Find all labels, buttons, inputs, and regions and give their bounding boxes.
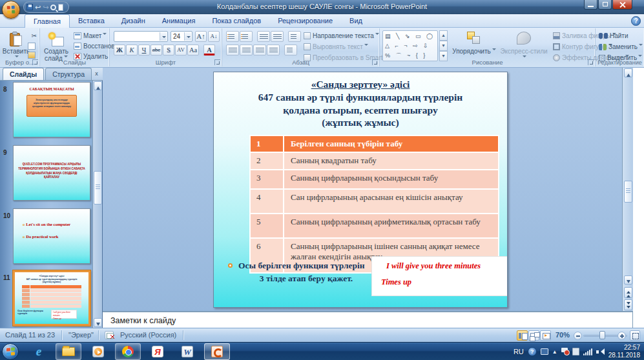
display-icon[interactable] [541, 348, 548, 355]
panel-scroll-down-icon[interactable] [94, 318, 102, 327]
font-color-button[interactable]: А [203, 45, 215, 55]
taskbar-yandex-button[interactable]: Я [145, 343, 171, 360]
undo-icon[interactable]: ↩ [35, 2, 41, 12]
tab-design[interactable]: Дизайн [113, 14, 154, 28]
font-dialog-launcher-icon[interactable] [214, 59, 220, 65]
font-size-combo[interactable]: 24 [171, 31, 192, 42]
start-button[interactable] [2, 343, 19, 360]
character-spacing-button[interactable]: AV [175, 45, 187, 55]
cut-icon[interactable]: ✂ [32, 32, 37, 39]
italic-button[interactable]: К [126, 45, 138, 55]
taskbar-powerpoint-button[interactable] [204, 343, 230, 360]
slide-note-box[interactable]: I will give you three minutes Times up [372, 257, 508, 295]
panel-scrollbar[interactable] [92, 81, 102, 328]
next-slide-button[interactable] [624, 299, 632, 310]
bullets-icon[interactable] [226, 31, 239, 42]
taskbar-chrome-button[interactable] [115, 343, 141, 360]
notes-pane[interactable]: Заметки к слайду [103, 311, 633, 328]
font-name-combo[interactable] [114, 31, 168, 42]
find-button[interactable]: Найти [599, 31, 628, 41]
tab-home[interactable]: Главная [25, 14, 70, 28]
help-icon[interactable]: ? [631, 16, 641, 26]
spellcheck-icon[interactable] [105, 331, 114, 339]
language-indicator[interactable]: Русский (Россия) [120, 331, 176, 339]
hidden-icons-arrow-icon[interactable]: ▲ [552, 349, 557, 355]
slide-sorter-view-icon[interactable] [528, 330, 539, 341]
decrease-indent-icon[interactable] [257, 31, 270, 42]
text-direction-button[interactable]: Направление текста [304, 31, 379, 41]
slide-title[interactable]: «Санды зерттеу» әдісі 647 санын әр түрлі… [214, 78, 507, 129]
taskbar-ie-button[interactable]: e [26, 343, 52, 360]
text-shadow-button[interactable]: S [163, 45, 174, 55]
shapes-gallery[interactable]: ▤ ╲ ⇘ ▭ ◯ △ ⌐ ¬ ⇨ ⇩ % ⌒ ~ { } [382, 30, 438, 61]
align-center-icon[interactable] [240, 45, 253, 55]
scroll-thumb[interactable] [624, 181, 632, 203]
normal-view-icon[interactable] [517, 330, 528, 341]
copy-icon[interactable] [28, 43, 36, 50]
redo-icon[interactable]: ↪ [43, 2, 48, 12]
increase-indent-icon[interactable] [271, 31, 284, 42]
slide-thumbnail-9[interactable]: QUIZLET.COM ПРОГРАММАСЫ АРҚЫЛЫ ТЕРМИНОЛО… [13, 145, 90, 201]
zoom-out-icon[interactable] [574, 332, 582, 340]
tray-clipboard-icon[interactable] [572, 348, 579, 355]
main-scrollbar[interactable] [622, 68, 633, 311]
layout-button[interactable]: Макет [74, 31, 107, 41]
align-text-button[interactable]: Выровнять текст [304, 42, 368, 52]
replace-button[interactable]: Заменить [599, 42, 643, 52]
clipboard-dialog-launcher-icon[interactable] [32, 59, 38, 65]
office-button[interactable] [2, 1, 20, 19]
underline-button[interactable]: Ч [138, 45, 150, 55]
network-signal-icon[interactable] [583, 348, 592, 355]
slideshow-view-icon[interactable] [540, 330, 551, 341]
slide-thumbnail-11-selected[interactable]: «Санды зерттеу» әдісі 647 санын әр түрлі… [13, 270, 90, 326]
slide-thumbnail-10[interactable]: oLet's sit on the computer oDo practical… [13, 208, 90, 264]
panel-scroll-up-icon[interactable] [94, 81, 102, 90]
justify-icon[interactable] [267, 45, 280, 55]
panel-scroll-thumb[interactable] [94, 171, 102, 205]
zoom-in-icon[interactable] [618, 332, 626, 340]
print-preview-icon[interactable] [50, 5, 56, 10]
language-bar[interactable]: RU [514, 348, 524, 355]
strikethrough-button[interactable]: abc [151, 45, 162, 55]
zoom-slider-handle[interactable] [599, 331, 605, 339]
close-button[interactable] [612, 0, 632, 10]
paragraph-dialog-launcher-icon[interactable] [372, 59, 378, 65]
scroll-down-icon[interactable] [624, 275, 632, 285]
tab-slides-thumbnails[interactable]: Слайды [3, 68, 44, 80]
format-painter-icon[interactable] [28, 52, 36, 59]
taskbar-word-button[interactable]: W [174, 343, 200, 360]
shapes-scroll-up-icon[interactable]: ▲ [439, 30, 448, 41]
taskbar-explorer-button[interactable] [56, 343, 81, 360]
restore-button[interactable] [598, 0, 612, 10]
tab-animation[interactable]: Анимация [154, 14, 204, 28]
tab-view[interactable]: Вид [341, 14, 371, 28]
previous-slide-button[interactable] [624, 287, 632, 298]
align-right-icon[interactable] [253, 45, 266, 55]
panel-close-icon[interactable]: x [93, 69, 100, 77]
tab-insert[interactable]: Вставка [70, 14, 113, 28]
slide-thumbnail-8[interactable]: САБАҚТЫҢ МАҚСАТЫ Электрондық кестелерде … [13, 82, 90, 137]
change-case-button[interactable]: Aa [187, 45, 199, 55]
drawing-dialog-launcher-icon[interactable] [588, 59, 594, 65]
shapes-scroll-down-icon[interactable]: ▼ [439, 41, 448, 51]
numbering-icon[interactable] [240, 31, 253, 42]
columns-icon[interactable] [284, 45, 297, 55]
fit-to-window-icon[interactable] [630, 330, 640, 341]
action-center-flag-icon[interactable] [561, 348, 568, 355]
scroll-up-icon[interactable] [624, 68, 632, 77]
tab-outline[interactable]: Структура [45, 68, 92, 80]
zoom-level[interactable]: 70% [556, 331, 570, 339]
tray-clock[interactable]: 22:57 28.11.2018 [608, 344, 640, 359]
align-left-icon[interactable] [226, 45, 239, 55]
tab-review[interactable]: Рецензирование [269, 14, 341, 28]
line-spacing-icon[interactable] [288, 31, 301, 42]
slide-bullet-text[interactable]: Осы берілген функция түрлерін 3 тілде ат… [238, 261, 374, 284]
bold-button[interactable]: Ж [114, 45, 125, 55]
taskbar-mediaplayer-button[interactable] [85, 343, 111, 360]
tab-slideshow[interactable]: Показ слайдов [203, 14, 269, 28]
new-document-icon[interactable] [58, 4, 63, 11]
slide-canvas[interactable]: «Санды зерттеу» әдісі 647 санын әр түрлі… [213, 72, 508, 308]
save-icon[interactable] [26, 4, 33, 10]
slide-table[interactable]: 1 Берілген санның түбірін табу 2 Санның … [249, 135, 499, 274]
tray-help-icon[interactable]: ? [528, 347, 537, 356]
